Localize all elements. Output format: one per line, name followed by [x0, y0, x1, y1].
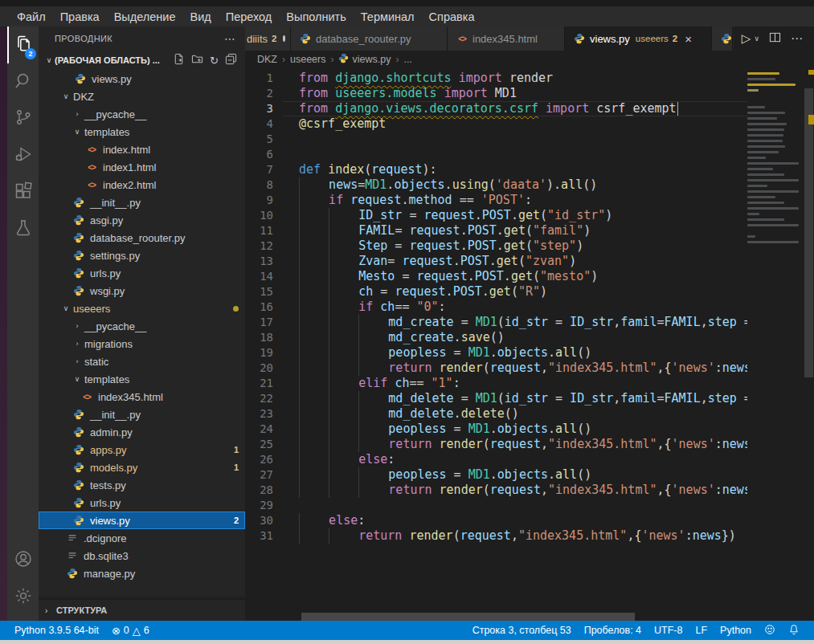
status-encoding[interactable]: UTF-8: [648, 621, 689, 640]
tree-item-tests.py[interactable]: tests.py: [39, 476, 245, 494]
code-line-30[interactable]: else:: [283, 513, 747, 528]
sidebar-more-button[interactable]: ⋯: [224, 32, 235, 45]
code-line-28[interactable]: return render(request,"index345.html",{'…: [283, 483, 747, 498]
code-line-16[interactable]: if ch== "0":: [283, 300, 747, 315]
activity-run-debug[interactable]: [7, 137, 39, 174]
status-feedback[interactable]: [758, 621, 782, 640]
run-dropdown-button[interactable]: ∨: [754, 35, 759, 43]
code-line-1[interactable]: from django.shortcuts import render: [283, 71, 747, 86]
activity-testing[interactable]: [7, 211, 39, 248]
line-number[interactable]: 4: [245, 116, 283, 132]
tree-item-dkz[interactable]: ∨DKZ: [39, 88, 245, 105]
line-number[interactable]: 28: [245, 483, 283, 498]
line-number[interactable]: 15: [245, 284, 283, 300]
tree-item-static[interactable]: ›static: [39, 353, 245, 370]
tree-item-index2.html[interactable]: <>index2.html: [39, 176, 245, 194]
line-number[interactable]: 27: [245, 467, 283, 483]
line-number[interactable]: 18: [245, 330, 283, 345]
workspace-section-header[interactable]: ∨ (РАБОЧАЯ ОБЛАСТЬ) ... ↻: [39, 51, 245, 70]
menu-item-файл[interactable]: Файл: [10, 10, 53, 23]
breadcrumb-item-views.py[interactable]: views.py: [338, 53, 391, 66]
tree-item-__init__.py[interactable]: __init__.py: [39, 194, 245, 211]
tree-item-templates[interactable]: ∨templates: [39, 123, 245, 141]
activity-search[interactable]: [7, 63, 39, 100]
code-line-5[interactable]: [283, 132, 747, 147]
code-line-13[interactable]: Zvan= request.POST.get("zvan"): [283, 254, 747, 269]
horizontal-scrollbar-thumb[interactable]: [301, 613, 635, 621]
line-number[interactable]: 8: [245, 177, 283, 193]
line-number[interactable]: 22: [245, 391, 283, 406]
line-number[interactable]: 9: [245, 193, 283, 208]
tab-vie[interactable]: vie: [712, 26, 733, 51]
line-number[interactable]: 14: [245, 269, 283, 284]
code-line-10[interactable]: ID_str = request.POST.get("id_str"): [283, 208, 747, 223]
activity-explorer[interactable]: 2: [7, 26, 39, 63]
status-python-interpreter[interactable]: Python 3.9.5 64-bit: [8, 621, 105, 640]
close-icon[interactable]: ×: [685, 33, 692, 45]
line-number[interactable]: 17: [245, 315, 283, 330]
breadcrumb-item-dkz[interactable]: DKZ: [257, 54, 277, 65]
more-actions-button[interactable]: ⋯: [791, 31, 803, 46]
code-line-3[interactable]: from django.views.decorators.csrf import…: [283, 101, 747, 116]
tree-item-index1.html[interactable]: <>index1.html: [39, 158, 245, 176]
tree-item-wsgi.py[interactable]: wsgi.py: [39, 282, 245, 300]
line-number[interactable]: 7: [245, 162, 283, 177]
outline-section-header[interactable]: › СТРУКТУРА: [39, 599, 245, 621]
line-number[interactable]: 11: [245, 223, 283, 238]
code-line-7[interactable]: def index(request):: [283, 162, 747, 177]
line-number[interactable]: 29: [245, 498, 283, 513]
new-folder-button[interactable]: [191, 53, 203, 68]
code-line-21[interactable]: elif ch== "1":: [283, 376, 747, 391]
code-line-2[interactable]: from useeers.models import MD1: [283, 86, 747, 101]
code-line-6[interactable]: [283, 147, 747, 162]
collapse-folders-button[interactable]: [225, 53, 237, 68]
code-line-25[interactable]: return render(request,"index345.html",{'…: [283, 437, 747, 452]
code-line-22[interactable]: md_delete = MD1(id_str = ID_str,famil=FA…: [283, 391, 747, 406]
tree-item-urls.py[interactable]: urls.py: [39, 264, 245, 282]
code-line-15[interactable]: ch = request.POST.get("R"): [283, 284, 747, 300]
menu-item-переход[interactable]: Переход: [219, 10, 280, 23]
line-number[interactable]: 31: [245, 528, 283, 544]
line-number[interactable]: 10: [245, 208, 283, 223]
minimap[interactable]: [747, 68, 804, 621]
tree-item-templates[interactable]: ∨templates: [39, 370, 245, 388]
breadcrumb-item-...[interactable]: ...: [403, 54, 411, 65]
tab-views.py[interactable]: views.pyuseeers2×: [565, 26, 712, 51]
tree-item-manage.py[interactable]: manage.py: [39, 565, 245, 582]
new-file-button[interactable]: [173, 53, 185, 68]
code-line-29[interactable]: [283, 498, 747, 513]
line-number[interactable]: 24: [245, 422, 283, 437]
line-number[interactable]: 12: [245, 238, 283, 254]
run-button[interactable]: ▷: [742, 31, 751, 46]
code-line-14[interactable]: Mesto = request.POST.get("mesto"): [283, 269, 747, 284]
code-line-12[interactable]: Step = request.POST.get("step"): [283, 238, 747, 254]
status-cursor-position[interactable]: Строка 3, столбец 53: [466, 621, 578, 640]
tree-item-views.py[interactable]: views.py2: [39, 512, 245, 529]
code-line-24[interactable]: peopless = MD1.objects.all(): [283, 422, 747, 437]
tree-item-__pycache__[interactable]: ›__pycache__: [39, 105, 245, 123]
breadcrumb-item-useeers[interactable]: useeers: [290, 54, 325, 65]
tab-database_roouter.py[interactable]: database_roouter.py: [291, 26, 448, 51]
tree-item-useeers[interactable]: ∨useeers: [39, 300, 245, 317]
tree-item-urls.py[interactable]: urls.py: [39, 494, 245, 512]
line-number[interactable]: 19: [245, 345, 283, 361]
line-number[interactable]: 30: [245, 513, 283, 528]
tree-item-__pycache__[interactable]: ›__pycache__: [39, 317, 245, 335]
tree-item-.dcignore[interactable]: .dcignore: [39, 529, 245, 547]
code-lines[interactable]: from django.shortcuts import renderfrom …: [283, 68, 747, 621]
status-language-mode[interactable]: Python: [714, 621, 758, 640]
activity-source-control[interactable]: [7, 100, 39, 137]
status-notifications[interactable]: [782, 621, 806, 640]
tree-item-views.py[interactable]: views.py: [39, 70, 245, 88]
line-number[interactable]: 6: [245, 147, 283, 162]
line-number[interactable]: 21: [245, 376, 283, 391]
line-number[interactable]: 2: [245, 86, 283, 101]
code-line-23[interactable]: md_delete.delete(): [283, 406, 747, 422]
tree-item-models.py[interactable]: models.py1: [39, 459, 245, 476]
status-problems[interactable]: ⊗0△6: [105, 621, 156, 640]
menu-item-справка[interactable]: Справка: [422, 10, 482, 23]
code-editor[interactable]: 1234567891011121314151617181920212223242…: [245, 68, 814, 621]
menu-item-терминал[interactable]: Терминал: [354, 10, 422, 23]
code-line-17[interactable]: md_create = MD1(id_str = ID_str,famil=FA…: [283, 315, 747, 330]
tree-item-index.html[interactable]: <>index.html: [39, 141, 245, 158]
